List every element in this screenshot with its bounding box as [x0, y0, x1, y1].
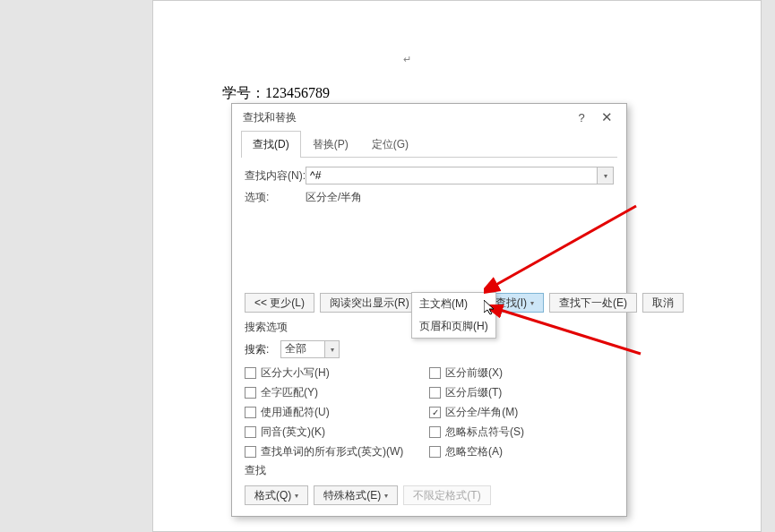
search-label: 搜索:: [245, 342, 280, 357]
options-value: 区分全/半角: [306, 190, 362, 205]
checkbox-ignore-punct[interactable]: 忽略标点符号(S): [429, 425, 614, 440]
checkbox-whole-word[interactable]: 全字匹配(Y): [245, 385, 429, 400]
less-button[interactable]: << 更少(L): [245, 293, 314, 313]
help-button[interactable]: ?: [569, 107, 594, 127]
tab-goto[interactable]: 定位(G): [360, 131, 420, 158]
dropdown-item-main-document[interactable]: 主文档(M): [412, 293, 495, 315]
search-direction-select[interactable]: 全部: [280, 340, 325, 358]
close-button[interactable]: ✕: [594, 107, 619, 127]
cancel-button[interactable]: 取消: [642, 293, 684, 313]
checkbox-wildcards[interactable]: 使用通配符(U): [245, 405, 429, 420]
find-content-label: 查找内容(N):: [245, 168, 306, 184]
checkbox-suffix[interactable]: 区分后缀(T): [429, 385, 614, 400]
find-format-section: 查找 格式(Q) 特殊格式(E) 不限定格式(T): [232, 463, 626, 505]
special-format-button[interactable]: 特殊格式(E): [314, 485, 398, 505]
checkbox-all-forms[interactable]: 查找单词的所有形式(英文)(W): [245, 444, 429, 459]
search-direction-dropdown-icon[interactable]: ▾: [325, 340, 340, 358]
paragraph-mark: ↵: [403, 54, 411, 65]
search-direction-row: 搜索: 全部 ▾: [232, 340, 626, 358]
dialog-tabs: 查找(D) 替换(P) 定位(G): [241, 131, 617, 158]
checkbox-sounds-like[interactable]: 同音(英文)(K): [245, 425, 429, 440]
checkbox-grid: 区分大小写(H) 全字匹配(Y) 使用通配符(U) 同音(英文)(K) 查找单词…: [232, 365, 626, 464]
find-next-button[interactable]: 查找下一处(E): [549, 293, 637, 313]
checkbox-ignore-space[interactable]: 忽略空格(A): [429, 444, 614, 459]
dialog-body: 查找内容(N): ▾ 选项: 区分全/半角: [232, 158, 626, 218]
find-content-input[interactable]: [306, 167, 598, 184]
checkbox-fullwidth[interactable]: 区分全/半角(M): [429, 405, 614, 420]
checkbox-prefix[interactable]: 区分前缀(X): [429, 365, 614, 381]
dialog-title: 查找和替换: [243, 110, 569, 125]
no-format-button[interactable]: 不限定格式(T): [403, 485, 490, 505]
reading-highlight-button[interactable]: 阅读突出显示(R): [320, 293, 426, 313]
find-replace-dialog: 查找和替换 ? ✕ 查找(D) 替换(P) 定位(G) 查找内容(N): ▾ 选…: [231, 103, 627, 517]
tab-replace[interactable]: 替换(P): [301, 131, 360, 158]
checkbox-match-case[interactable]: 区分大小写(H): [245, 365, 429, 381]
find-content-dropdown-icon[interactable]: ▾: [598, 167, 614, 184]
find-in-dropdown-menu: 主文档(M) 页眉和页脚(H): [411, 292, 496, 339]
tab-find[interactable]: 查找(D): [241, 131, 301, 158]
dialog-titlebar[interactable]: 查找和替换 ? ✕: [232, 104, 626, 131]
dropdown-item-headers-footers[interactable]: 页眉和页脚(H): [412, 315, 495, 338]
format-button[interactable]: 格式(Q): [245, 485, 308, 505]
options-label: 选项:: [245, 190, 306, 205]
document-text: 学号：123456789: [222, 84, 330, 103]
find-section-label: 查找: [245, 463, 614, 478]
